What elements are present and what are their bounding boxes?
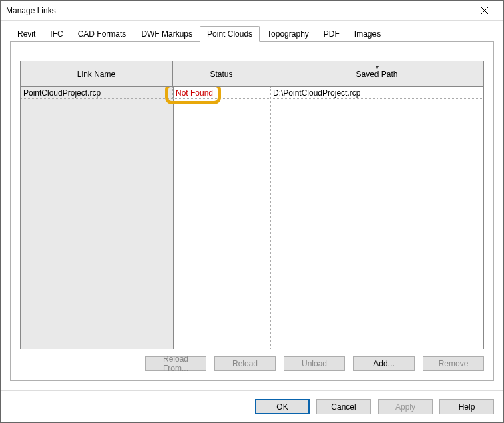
reload-button[interactable]: Reload [214,356,276,371]
tab-dwf-markups[interactable]: DWF Markups [134,26,200,41]
col-header-saved-path-label: Saved Path [356,69,397,79]
tab-pdf[interactable]: PDF [316,26,347,41]
grid-col-sep [270,87,271,349]
cancel-button[interactable]: Cancel [316,399,371,414]
col-header-status[interactable]: Status [173,61,270,86]
sort-indicator-icon: ▾ [376,64,379,70]
cell-link-name: PointCloudProject.rcp [21,87,173,99]
tab-point-clouds[interactable]: Point Clouds [200,26,260,42]
col-header-status-label: Status [210,69,232,79]
remove-button[interactable]: Remove [423,356,484,371]
tab-cad-formats[interactable]: CAD Formats [71,26,134,41]
col-header-saved-path[interactable]: ▾ Saved Path [270,61,483,86]
reload-from-button[interactable]: Reload From... [145,356,206,371]
panel-button-row: Reload From... Reload Unload Add... Remo… [20,356,484,371]
unload-button[interactable]: Unload [284,356,345,371]
cell-status: Not Found [173,87,270,99]
grid-body: PointCloudProject.rcp Not Found D:\Point… [21,87,483,349]
tab-ifc[interactable]: IFC [43,26,70,41]
ok-button[interactable]: OK [255,399,310,414]
cell-saved-path-text: D:\PointCloudProject.rcp [273,88,360,98]
close-icon [481,7,488,14]
grid-col-sep [173,87,174,349]
cell-saved-path: D:\PointCloudProject.rcp [270,87,483,99]
cell-status-text: Not Found [176,88,213,98]
links-grid: Link Name Status ▾ Saved Path [20,61,484,349]
tab-revit[interactable]: Revit [10,26,43,41]
titlebar: Manage Links [1,1,503,21]
tab-topography[interactable]: Topography [260,26,316,41]
add-button[interactable]: Add... [353,356,415,371]
table-row[interactable]: PointCloudProject.rcp Not Found D:\Point… [21,87,483,99]
help-button[interactable]: Help [439,399,494,414]
manage-links-dialog: Manage Links Revit IFC CAD Formats DWF M… [0,0,504,423]
dialog-footer: OK Cancel Apply Help [1,390,503,422]
apply-button[interactable]: Apply [378,399,433,414]
tab-images[interactable]: Images [347,26,388,41]
window-title: Manage Links [6,6,471,15]
tab-panel: Link Name Status ▾ Saved Path [10,41,494,381]
tab-strip: Revit IFC CAD Formats DWF Markups Point … [10,26,494,41]
grid-col-bg [21,87,173,349]
dialog-body: Revit IFC CAD Formats DWF Markups Point … [1,21,503,390]
col-header-link-name[interactable]: Link Name [21,61,173,86]
grid-header: Link Name Status ▾ Saved Path [21,61,483,87]
cell-link-name-text: PointCloudProject.rcp [23,88,101,98]
close-button[interactable] [471,1,498,20]
col-header-link-name-label: Link Name [77,69,115,79]
